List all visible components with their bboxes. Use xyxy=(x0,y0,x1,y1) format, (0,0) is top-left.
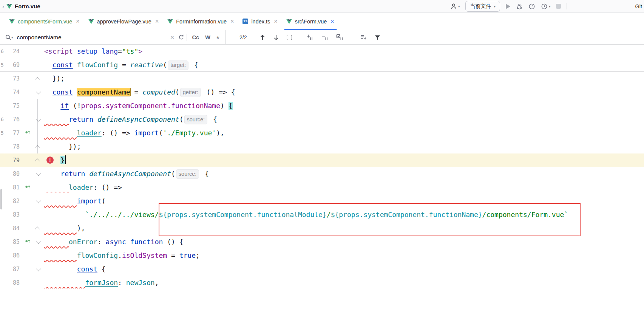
code-text[interactable]: return defineAsyncComponent(source: { xyxy=(42,167,644,181)
line-number[interactable]: 86 xyxy=(5,249,21,262)
user-account-button[interactable]: ▾ xyxy=(450,3,460,9)
code-line-83[interactable]: 83 `./../../../views/${props.systemCompo… xyxy=(0,208,644,222)
tab-src-form-vue[interactable]: src\Form.vue× xyxy=(282,13,339,30)
code-line-74[interactable]: 74 const componentName = computed(getter… xyxy=(0,85,644,99)
code-line-24[interactable]: 624<script setup lang="ts"> xyxy=(0,45,644,58)
line-number[interactable]: 87 xyxy=(5,262,21,276)
fold-down-icon[interactable] xyxy=(36,266,41,271)
panel-drag-handle[interactable] xyxy=(0,189,2,209)
search-input[interactable] xyxy=(16,34,169,41)
search-field[interactable]: ▾ × Cc W * xyxy=(0,30,226,44)
code-text[interactable]: import( xyxy=(42,194,644,208)
line-number[interactable]: 76 xyxy=(5,113,21,126)
debug-button[interactable] xyxy=(516,3,523,10)
code-text[interactable]: const componentName = computed(getter: (… xyxy=(42,85,644,99)
clear-search-icon[interactable]: × xyxy=(170,33,174,42)
code-text[interactable]: loader: () => xyxy=(42,181,644,194)
next-occurrence-button[interactable] xyxy=(273,34,280,41)
tab-approveflowpage-vue[interactable]: approveFlowPage.vue× xyxy=(84,13,164,30)
code-line-73[interactable]: 73 }); xyxy=(0,72,644,85)
code-line-88[interactable]: 88 formJson: newJson, xyxy=(0,276,644,290)
line-number[interactable]: 80 xyxy=(5,167,21,181)
code-text[interactable]: <script setup lang="ts"> xyxy=(42,45,644,58)
fold-down-icon[interactable] xyxy=(36,116,41,121)
tab-close-icon[interactable]: × xyxy=(155,19,159,25)
open-in-find-window-icon[interactable] xyxy=(287,35,292,40)
code-text[interactable]: }); xyxy=(42,140,644,153)
stop-button[interactable] xyxy=(556,4,561,9)
code-text[interactable]: const flowConfig = reactive(target: { xyxy=(42,58,644,71)
code-line-84[interactable]: 84 ), xyxy=(0,222,644,235)
error-icon[interactable]: ! xyxy=(46,157,54,164)
code-text[interactable]: onError: async function () { xyxy=(42,235,644,249)
fold-up-icon[interactable] xyxy=(35,158,40,163)
fold-up-icon[interactable] xyxy=(35,77,40,82)
code-text[interactable]: loader: () => import('./Empty.vue'), xyxy=(42,126,644,140)
code-text[interactable]: formJson: newJson, xyxy=(42,276,644,290)
line-number[interactable]: 83 xyxy=(5,208,21,222)
code-text[interactable]: `./../../../views/${props.systemComponen… xyxy=(42,208,644,222)
code-text[interactable]: if (!props.systemComponent.functionName)… xyxy=(42,99,644,113)
code-line-82[interactable]: 82 import( xyxy=(0,194,644,208)
code-text[interactable]: return defineAsyncComponent(source: { xyxy=(42,113,644,126)
code-line-85[interactable]: 85 onError: async function () { xyxy=(0,235,644,249)
implements-icon[interactable] xyxy=(25,235,31,249)
code-editor[interactable]: 624<script setup lang="ts">569 const flo… xyxy=(0,45,644,310)
search-icon[interactable]: ▾ xyxy=(5,34,13,40)
code-line-81[interactable]: 81 loader: () => xyxy=(0,181,644,194)
tab-close-icon[interactable]: × xyxy=(230,19,234,25)
run-configuration-select[interactable]: 当前文件 ▾ xyxy=(465,1,500,12)
whole-words-toggle[interactable]: W xyxy=(205,34,210,40)
code-text[interactable]: ), xyxy=(42,222,644,235)
code-line-69[interactable]: 569 const flowConfig = reactive(target: … xyxy=(0,58,644,72)
tab-components-form-vue[interactable]: components\Form.vue× xyxy=(5,13,84,30)
run-history-button[interactable]: ▾ xyxy=(541,3,551,10)
line-number[interactable]: 24 xyxy=(5,45,21,58)
tab-close-icon[interactable]: × xyxy=(330,19,334,25)
implements-icon[interactable] xyxy=(25,126,31,140)
run-button[interactable] xyxy=(506,4,510,9)
breadcrumb-chevron-icon[interactable]: › xyxy=(2,3,4,9)
fold-down-icon[interactable] xyxy=(36,171,41,176)
line-number[interactable]: 81 xyxy=(5,181,21,194)
line-number[interactable]: 69 xyxy=(5,58,21,71)
filter-search-icon[interactable] xyxy=(374,34,381,41)
line-number[interactable]: 84 xyxy=(5,222,21,235)
code-text[interactable]: }); xyxy=(42,72,644,85)
line-number[interactable]: 77 xyxy=(5,126,21,140)
fold-down-icon[interactable] xyxy=(36,89,41,94)
tab-close-icon[interactable]: × xyxy=(76,19,79,25)
git-menu-button[interactable]: Git xyxy=(635,3,642,9)
code-text[interactable]: }! xyxy=(42,153,644,167)
search-history-icon[interactable] xyxy=(178,34,184,40)
select-all-occurrences-icon[interactable] xyxy=(336,34,343,41)
line-number[interactable]: 82 xyxy=(5,194,21,208)
fold-up-icon[interactable] xyxy=(35,145,40,150)
regex-toggle[interactable]: * xyxy=(216,34,219,43)
line-number[interactable]: 73 xyxy=(5,72,21,85)
code-text[interactable]: flowConfig.isOldSystem = true; xyxy=(42,249,644,262)
code-line-87[interactable]: 87 const { xyxy=(0,262,644,276)
line-number[interactable]: 88 xyxy=(5,276,21,290)
line-number[interactable]: 75 xyxy=(5,99,21,113)
fold-down-icon[interactable] xyxy=(36,198,41,203)
line-number[interactable]: 79 xyxy=(5,153,21,167)
match-case-toggle[interactable]: Cc xyxy=(192,34,199,40)
line-number[interactable]: 78 xyxy=(5,140,21,153)
code-line-77[interactable]: 577 loader: () => import('./Empty.vue'), xyxy=(0,126,644,140)
code-line-75[interactable]: 75 if (!props.systemComponent.functionNa… xyxy=(0,99,644,113)
remove-occurrence-icon[interactable] xyxy=(321,34,328,41)
code-line-76[interactable]: 676 return defineAsyncComponent(source: … xyxy=(0,113,644,126)
line-number[interactable]: 74 xyxy=(5,85,21,99)
code-line-78[interactable]: 78 }); xyxy=(0,140,644,153)
tab-close-icon[interactable]: × xyxy=(274,19,277,25)
tab-index-ts[interactable]: TSindex.ts× xyxy=(238,13,282,30)
code-text[interactable]: const { xyxy=(42,262,644,276)
fold-down-icon[interactable] xyxy=(36,239,41,244)
occurrence-list-icon[interactable] xyxy=(360,34,367,41)
line-number[interactable]: 85 xyxy=(5,235,21,249)
implements-icon[interactable] xyxy=(25,181,31,194)
previous-occurrence-button[interactable] xyxy=(259,34,266,41)
code-line-86[interactable]: 86 flowConfig.isOldSystem = true; xyxy=(0,249,644,262)
add-occurrence-icon[interactable] xyxy=(306,34,313,41)
